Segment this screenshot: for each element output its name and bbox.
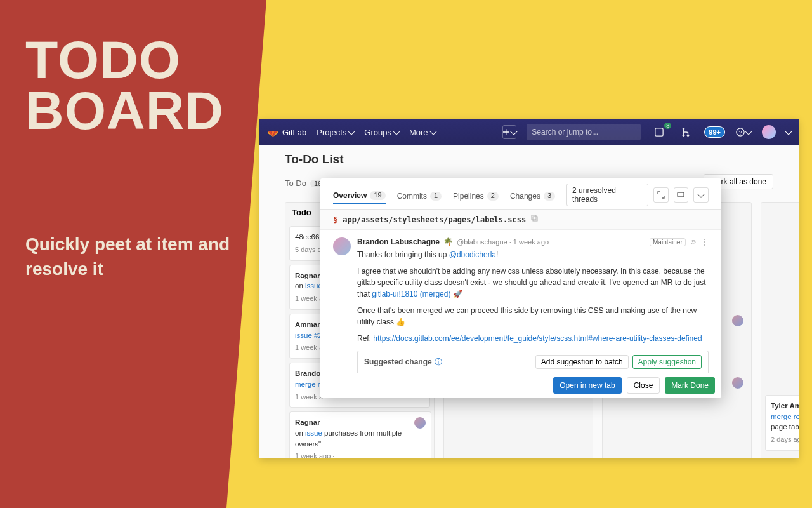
page-title: To-Do List (285, 152, 773, 166)
avatar (333, 237, 351, 255)
gitlab-logo[interactable]: GitLab (267, 126, 306, 138)
chevron-down-icon (510, 128, 517, 135)
doc-link[interactable]: https://docs.gitlab.com/ee/development/f… (373, 334, 702, 343)
todo-count-badge[interactable]: 99+ (704, 126, 725, 138)
more-icon[interactable] (693, 187, 709, 203)
chevron-down-icon (429, 128, 436, 135)
issues-icon[interactable]: 8 (651, 124, 667, 140)
hero-panel: TODO BOARD Quickly peet at item and reso… (0, 0, 266, 508)
svg-rect-0 (655, 128, 663, 136)
nav-groups[interactable]: Groups (364, 128, 399, 137)
todo-card[interactable]: Tyler Amos directly addressed you on mer… (765, 395, 799, 451)
question-icon: ? (736, 128, 745, 137)
svg-rect-6 (678, 192, 684, 197)
hero-subtitle: Quickly peet at item and resolve it (25, 232, 241, 281)
comment-thread: Brandon Labuschagne 🌴 @blabuschagne · 1 … (320, 230, 721, 373)
mark-done-button[interactable]: Mark Done (665, 377, 715, 394)
todo-card[interactable]: Ragnar on issue purchases from multiple … (289, 411, 431, 458)
svg-point-3 (687, 135, 690, 137)
nav-projects[interactable]: Projects (317, 128, 354, 137)
avatar (732, 315, 743, 326)
add-suggestion-batch-button[interactable]: Add suggestion to batch (535, 355, 629, 369)
mr-link[interactable]: gitlab-ui!1810 (merged) (372, 290, 450, 298)
search-input[interactable]: Search or jump to... (527, 124, 641, 140)
gitlab-icon (267, 126, 278, 138)
todo-detail-modal: Overview19 Commits1 Pipelines2 Changes3 … (320, 178, 721, 398)
modal-tab-overview[interactable]: Overview19 (333, 189, 386, 204)
merge-icon (681, 128, 690, 137)
comment-meta: @blabuschagne · 1 week ago (457, 238, 549, 246)
apply-suggestion-button[interactable]: Apply suggestion (632, 355, 702, 369)
help-icon[interactable]: ? (735, 124, 752, 140)
avatar (732, 377, 743, 389)
modal-tab-changes[interactable]: Changes3 (510, 189, 555, 203)
expand-icon[interactable] (653, 187, 669, 203)
kebab-icon[interactable]: ⋮ (701, 237, 709, 246)
open-new-tab-button[interactable]: Open in new tab (553, 377, 621, 394)
svg-point-2 (683, 135, 685, 137)
close-button[interactable]: Close (627, 377, 660, 394)
chevron-down-icon (785, 128, 792, 135)
comments-icon[interactable] (674, 187, 689, 203)
svg-point-1 (683, 128, 685, 130)
svg-rect-8 (532, 215, 536, 220)
modal-tab-commits[interactable]: Commits1 (397, 189, 442, 203)
chevron-down-icon (393, 128, 400, 135)
gitlab-header: GitLab Projects Groups More Search or ju… (259, 119, 799, 145)
svg-rect-7 (533, 217, 537, 221)
smiley-icon[interactable]: ☺ (690, 237, 697, 246)
box-icon (655, 128, 664, 137)
board-column: 20 Tyler Amos directly addressed you on … (761, 202, 799, 458)
chevron-down-icon (348, 128, 355, 135)
modal-tab-pipelines[interactable]: Pipelines2 (453, 189, 499, 203)
chevron-down-icon (745, 128, 752, 135)
file-icon: § (333, 215, 337, 224)
suggested-change: Suggested change ⓘ Add suggestion to bat… (357, 351, 709, 373)
svg-text:?: ? (739, 130, 742, 136)
comment-author[interactable]: Brandon Labuschagne (357, 237, 440, 246)
plus-icon (503, 129, 509, 135)
avatar (414, 417, 426, 429)
copy-icon[interactable] (531, 215, 539, 224)
palm-icon: 🌴 (443, 237, 453, 246)
plus-button[interactable] (502, 125, 516, 139)
user-avatar[interactable] (762, 125, 776, 139)
mention[interactable]: @dbodicherla (449, 250, 496, 259)
merge-requests-icon[interactable] (678, 124, 694, 140)
hero-title: TODO BOARD (25, 35, 241, 137)
file-path-header: § app/assets/stylesheets/pages/labels.sc… (320, 210, 721, 230)
unresolved-threads[interactable]: 2 unresolved threads (566, 184, 648, 206)
role-badge: Maintainer (650, 238, 686, 246)
nav-more[interactable]: More (409, 128, 436, 137)
help-icon[interactable]: ⓘ (435, 356, 442, 368)
